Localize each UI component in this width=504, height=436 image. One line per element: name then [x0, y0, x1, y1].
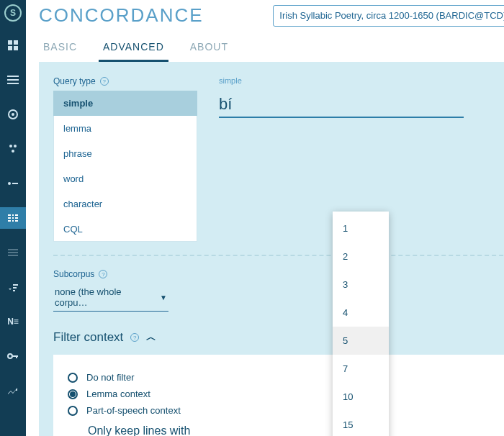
- nav-dashboard-icon[interactable]: [0, 35, 26, 56]
- svg-rect-4: [7, 76, 19, 77]
- tokens-opt[interactable]: 7: [333, 355, 389, 383]
- page-title: CONCORDANCE: [39, 4, 204, 27]
- nav-ngram-icon[interactable]: [0, 138, 26, 160]
- subcorpus-dropdown[interactable]: none (the whole corpu…▼: [53, 283, 168, 312]
- svg-rect-19: [15, 217, 18, 219]
- tokens-opt[interactable]: 5: [333, 327, 389, 355]
- svg-rect-13: [12, 183, 18, 184]
- svg-rect-14: [8, 214, 11, 216]
- radio-icon: [68, 406, 78, 416]
- tokens-opt[interactable]: 2: [333, 242, 389, 271]
- svg-rect-15: [12, 214, 14, 216]
- qtype-phrase[interactable]: phrase: [53, 141, 197, 166]
- left-nav: S N≡: [0, 0, 26, 436]
- nav-sort-icon[interactable]: [0, 276, 26, 298]
- filter-context-toggle[interactable]: Filter context ? ︿: [53, 330, 504, 345]
- query-type-list: simple lemma phrase word character CQL: [53, 91, 197, 242]
- tokens-opt[interactable]: 4: [333, 299, 389, 327]
- advanced-panel: Query type? simple lemma phrase word cha…: [39, 62, 504, 436]
- help-icon[interactable]: ?: [100, 77, 109, 86]
- tokens-opt[interactable]: 15: [333, 411, 389, 436]
- query-type-label: Query type?: [53, 76, 197, 86]
- nav-ne-icon[interactable]: N≡: [0, 311, 26, 332]
- svg-rect-21: [12, 220, 14, 222]
- query-input[interactable]: [219, 92, 464, 118]
- tokens-opt[interactable]: 1: [333, 214, 389, 242]
- svg-rect-18: [12, 217, 14, 219]
- svg-rect-28: [16, 355, 17, 358]
- svg-point-12: [8, 182, 11, 185]
- svg-rect-3: [14, 46, 18, 50]
- tokens-opt[interactable]: 10: [333, 383, 389, 411]
- svg-rect-0: [8, 40, 12, 45]
- tokens-opt[interactable]: 3: [333, 271, 389, 299]
- svg-rect-5: [7, 79, 19, 81]
- keep-lines-label: Only keep lines with: [88, 424, 504, 436]
- nav-concordance-icon[interactable]: [0, 207, 26, 229]
- qtype-character[interactable]: character: [53, 191, 197, 217]
- radio-icon: [68, 373, 78, 383]
- qtype-lemma[interactable]: lemma: [53, 116, 197, 141]
- corpus-selector[interactable]: [273, 5, 504, 27]
- svg-rect-22: [15, 220, 18, 222]
- radio-icon: [68, 389, 78, 399]
- svg-rect-16: [15, 214, 18, 216]
- svg-rect-23: [8, 249, 18, 250]
- svg-point-9: [9, 145, 12, 147]
- nav-trend-icon[interactable]: [0, 380, 26, 401]
- svg-point-8: [12, 113, 14, 116]
- nav-dots-icon[interactable]: [0, 173, 26, 194]
- corpus-input[interactable]: [279, 10, 504, 21]
- nav-list-icon[interactable]: [0, 69, 26, 91]
- svg-rect-20: [8, 220, 11, 222]
- svg-rect-1: [14, 40, 18, 45]
- filter-context-box: Do not filter Lemma context Part-of-spee…: [53, 355, 504, 436]
- svg-point-11: [12, 150, 14, 153]
- app-logo[interactable]: S: [4, 4, 22, 22]
- svg-rect-24: [8, 252, 18, 253]
- tab-basic[interactable]: BASIC: [39, 37, 81, 62]
- svg-point-10: [14, 145, 17, 147]
- radio-pos-context[interactable]: Part-of-speech context: [68, 405, 504, 416]
- chevron-down-icon: ▼: [160, 294, 167, 301]
- help-icon[interactable]: ?: [99, 270, 107, 278]
- qtype-word[interactable]: word: [53, 166, 197, 191]
- tokens-count-popup: 1 2 3 4 5 7 10 15: [333, 212, 389, 436]
- radio-do-not-filter[interactable]: Do not filter: [68, 372, 504, 383]
- svg-rect-25: [8, 255, 18, 256]
- svg-rect-2: [8, 46, 12, 50]
- help-icon[interactable]: ?: [130, 333, 139, 342]
- qtype-simple[interactable]: simple: [53, 91, 197, 116]
- svg-rect-6: [7, 83, 19, 84]
- nav-keys-icon[interactable]: [0, 345, 26, 367]
- query-mode-label: simple: [219, 76, 504, 85]
- radio-lemma-context[interactable]: Lemma context: [68, 389, 504, 399]
- svg-rect-17: [8, 217, 11, 219]
- qtype-cql[interactable]: CQL: [53, 217, 197, 242]
- subcorpus-label: Subcorpus?: [53, 269, 504, 279]
- chevron-up-icon: ︿: [146, 331, 156, 344]
- tab-bar: BASIC ADVANCED ABOUT: [39, 37, 504, 62]
- nav-target-icon[interactable]: [0, 104, 26, 125]
- nav-disabled1-icon: [0, 242, 26, 263]
- tab-advanced[interactable]: ADVANCED: [99, 37, 168, 62]
- tab-about[interactable]: ABOUT: [186, 37, 233, 62]
